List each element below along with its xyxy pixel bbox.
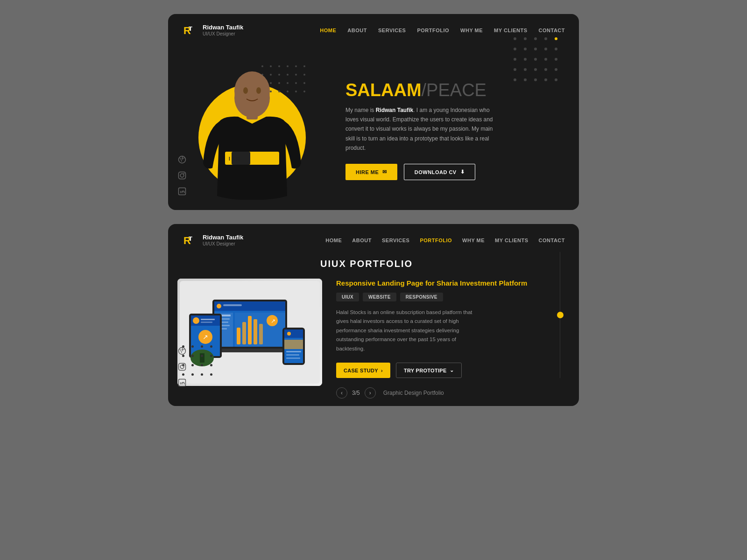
hero-person-area: I AM MUSLIM (168, 51, 336, 210)
svg-point-22 (183, 364, 184, 365)
chevron-right-icon: › (381, 368, 383, 373)
logo-subtitle: UI/UX Designer (203, 31, 243, 37)
nav-contact[interactable]: CONTACT (539, 28, 565, 33)
svg-rect-65 (286, 357, 300, 359)
nav-about[interactable]: ABOUT (347, 28, 367, 33)
portfolio-title: UIUX PORTFOLIO (177, 259, 556, 269)
card-portfolio: R T Ridwan Taufik UI/UX Designer HOME AB… (168, 224, 579, 406)
svg-text:I AM: I AM (229, 156, 240, 161)
svg-point-17 (243, 87, 248, 94)
card-home: R T Ridwan Taufik UI/UX Designer HOME AB… (168, 14, 579, 210)
logo-icon-2: R T (182, 232, 198, 248)
nav-whyme[interactable]: WHY ME (460, 28, 483, 33)
svg-point-5 (180, 174, 184, 177)
svg-rect-11 (247, 111, 258, 119)
svg-rect-44 (248, 316, 252, 344)
nav-links-home: HOME ABOUT SERVICES PORTFOLIO WHY ME MY … (320, 28, 565, 33)
portfolio-section: UIUX PORTFOLIO (168, 257, 579, 406)
svg-point-18 (256, 87, 261, 94)
svg-rect-34 (223, 304, 242, 306)
nav-portfolio[interactable]: PORTFOLIO (417, 28, 449, 33)
svg-rect-45 (254, 319, 257, 344)
nav2-about[interactable]: ABOUT (352, 238, 372, 243)
nav-links-portfolio: HOME ABOUT SERVICES PORTFOLIO WHY ME MY … (325, 238, 565, 243)
nav2-services[interactable]: SERVICES (382, 238, 409, 243)
linkedin-icon[interactable] (177, 187, 187, 196)
svg-point-19 (179, 348, 186, 355)
hire-me-label: HIRE ME (356, 169, 379, 175)
navbar-home: R T Ridwan Taufik UI/UX Designer HOME AB… (168, 14, 579, 47)
try-prototype-button[interactable]: TRY PROTOTIPE ⌄ (396, 363, 462, 378)
project-description: Halal Stocks is an online subscription b… (336, 308, 476, 354)
social-links-home (177, 155, 187, 196)
download-cv-button[interactable]: DOWNLOAD CV ⬇ (404, 164, 475, 180)
svg-rect-46 (259, 324, 263, 344)
hero-heading-separator: / (422, 80, 427, 100)
svg-text:T: T (189, 25, 192, 32)
svg-rect-62 (284, 340, 303, 349)
nav-home[interactable]: HOME (320, 28, 336, 33)
hire-me-button[interactable]: HIRE ME ✉ (345, 164, 397, 180)
hero-heading: SALAAM/PEACE (345, 81, 556, 99)
hero-heading-gray: PEACE (426, 80, 486, 100)
hero-description: My name is Ridwan Taufik. I am a young I… (345, 105, 495, 153)
svg-text:MUSLIM: MUSLIM (252, 156, 273, 161)
navbar-portfolio: R T Ridwan Taufik UI/UX Designer HOME AB… (168, 224, 579, 257)
svg-rect-4 (179, 172, 186, 179)
svg-rect-54 (201, 319, 215, 320)
hero-section: I AM MUSLIM SALAAM/PEACE My name is Ridw… (168, 47, 579, 210)
svg-point-33 (217, 304, 221, 308)
svg-rect-63 (286, 351, 301, 352)
download-icon: ⬇ (460, 169, 465, 175)
portfolio-content: ↗ ↗ (177, 279, 556, 406)
logo-icon: R T (182, 22, 198, 38)
logo: R T Ridwan Taufik UI/UX Designer (182, 22, 243, 38)
pagination-next[interactable]: › (365, 387, 376, 399)
nav2-portfolio[interactable]: PORTFOLIO (420, 238, 452, 243)
tag-website: WEBSITE (363, 293, 396, 301)
dot-decoration-bl (182, 345, 215, 378)
vertical-line-dot (557, 312, 564, 318)
logo-subtitle-2: UI/UX Designer (203, 241, 243, 247)
nav2-whyme[interactable]: WHY ME (462, 238, 485, 243)
svg-rect-43 (242, 322, 246, 344)
person-illustration: I AM MUSLIM (196, 61, 308, 210)
logo-name: Ridwan Taufik (203, 24, 243, 31)
pagination: ‹ 3/5 › Graphic Design Portfolio (336, 387, 556, 399)
hero-text-area: SALAAM/PEACE My name is Ridwan Taufik. I… (336, 81, 556, 181)
nav-clients[interactable]: MY CLIENTS (494, 28, 527, 33)
svg-point-53 (193, 317, 199, 324)
tag-uiux: UIUX (336, 293, 359, 301)
portfolio-info: Responsive Landing Page for Sharia Inves… (336, 279, 556, 399)
case-study-button[interactable]: CASE STUDY › (336, 363, 390, 378)
nav-services[interactable]: SERVICES (378, 28, 406, 33)
nav2-clients[interactable]: MY CLIENTS (495, 238, 528, 243)
instagram-icon[interactable] (177, 171, 187, 180)
logo-name-2: Ridwan Taufik (203, 234, 243, 241)
pagination-prev[interactable]: ‹ (336, 387, 347, 399)
linkedin-icon-2[interactable] (177, 378, 187, 387)
mail-icon: ✉ (382, 169, 387, 175)
svg-rect-55 (201, 322, 212, 323)
svg-rect-20 (179, 364, 186, 371)
pagination-graphic-label: Graphic Design Portfolio (383, 390, 444, 396)
hero-heading-yellow: SALAAM (345, 80, 422, 100)
svg-text:T: T (189, 235, 192, 242)
download-cv-label: DOWNLOAD CV (415, 169, 457, 175)
svg-point-6 (183, 173, 184, 174)
nav2-contact[interactable]: CONTACT (539, 238, 565, 243)
project-tags: UIUX WEBSITE RESPONSIVE (336, 293, 556, 301)
project-action-buttons: CASE STUDY › TRY PROTOTIPE ⌄ (336, 363, 556, 378)
svg-text:↗: ↗ (203, 333, 208, 341)
instagram-icon-2[interactable] (177, 362, 187, 371)
nav2-home[interactable]: HOME (325, 238, 342, 243)
dribbble-icon[interactable] (177, 155, 187, 164)
project-title: Responsive Landing Page for Sharia Inves… (336, 279, 556, 288)
dribbble-icon-2[interactable] (177, 346, 187, 356)
pagination-current: 3/5 (352, 390, 360, 396)
svg-rect-42 (237, 328, 240, 344)
case-study-label: CASE STUDY (344, 368, 378, 373)
svg-point-61 (287, 332, 291, 336)
svg-point-16 (234, 71, 270, 111)
svg-point-3 (179, 156, 186, 163)
